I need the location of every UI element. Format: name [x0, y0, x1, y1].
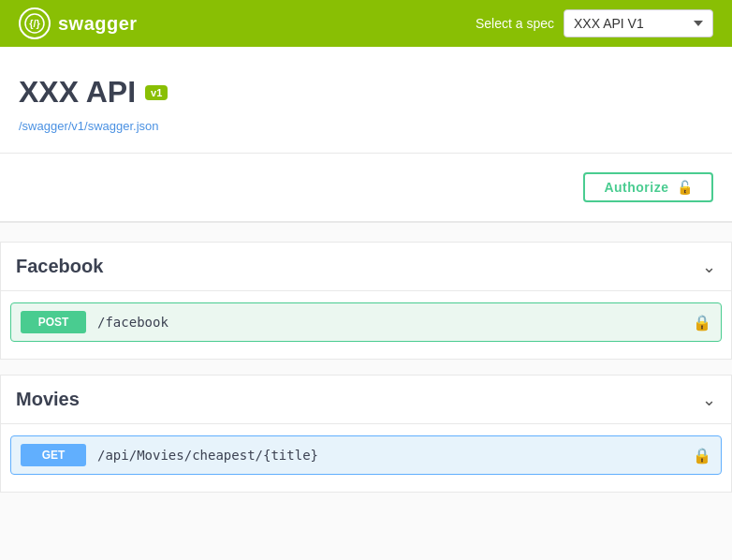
endpoint-path-movies: /api/Movies/cheapest/{title}: [97, 448, 693, 463]
method-badge-post-facebook: POST: [21, 311, 86, 333]
api-spec-link[interactable]: /swagger/v1/swagger.json: [19, 119, 159, 133]
authorize-section: Authorize 🔓: [0, 154, 732, 223]
chevron-down-icon-movies: ⌄: [702, 390, 716, 410]
spec-selector[interactable]: XXX API V1: [564, 9, 713, 37]
select-spec-label: Select a spec: [476, 16, 554, 31]
authorize-button[interactable]: Authorize 🔓: [583, 172, 713, 202]
api-info-section: XXX API v1 /swagger/v1/swagger.json: [0, 47, 732, 154]
section-title-facebook: Facebook: [16, 256, 103, 277]
lock-icon-facebook: 🔒: [693, 314, 711, 332]
authorize-button-label: Authorize: [604, 180, 668, 195]
section-content-movies: GET /api/Movies/cheapest/{title} 🔒: [1, 424, 731, 492]
endpoints-wrapper: Facebook ⌄ POST /facebook 🔒 Movies ⌄ GET…: [0, 223, 732, 526]
chevron-down-icon-facebook: ⌄: [702, 257, 716, 277]
logo: {/} swagger: [19, 7, 138, 39]
api-section-movies: Movies ⌄ GET /api/Movies/cheapest/{title…: [0, 375, 732, 493]
section-title-movies: Movies: [16, 389, 80, 410]
endpoint-path-facebook: /facebook: [97, 315, 693, 330]
endpoint-row-movies-get[interactable]: GET /api/Movies/cheapest/{title} 🔒: [10, 435, 722, 475]
api-section-facebook: Facebook ⌄ POST /facebook 🔒: [0, 242, 732, 360]
lock-icon-movies: 🔒: [693, 447, 711, 464]
section-header-movies[interactable]: Movies ⌄: [1, 376, 731, 424]
endpoint-row-facebook-post[interactable]: POST /facebook 🔒: [10, 302, 722, 342]
api-title-row: XXX API v1: [19, 75, 713, 110]
app-header: {/} swagger Select a spec XXX API V1: [0, 0, 732, 47]
swagger-logo-icon: {/}: [19, 7, 51, 39]
authorize-lock-icon: 🔓: [677, 180, 694, 195]
section-content-facebook: POST /facebook 🔒: [1, 291, 731, 359]
svg-text:{/}: {/}: [29, 18, 40, 29]
section-header-facebook[interactable]: Facebook ⌄: [1, 243, 731, 291]
logo-text: swagger: [58, 13, 138, 35]
method-badge-get-movies: GET: [21, 444, 86, 466]
api-version-badge: v1: [145, 85, 168, 100]
api-title: XXX API: [19, 75, 136, 110]
